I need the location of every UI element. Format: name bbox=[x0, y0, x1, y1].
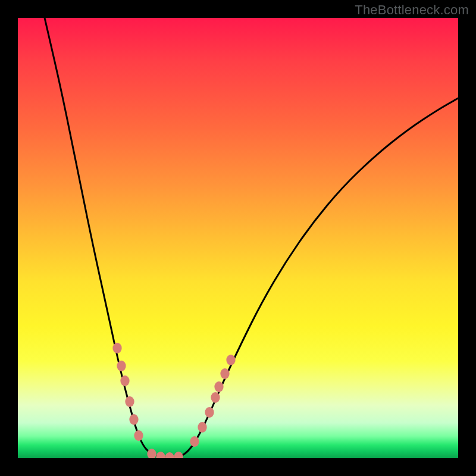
data-marker bbox=[211, 392, 220, 403]
chart-frame: TheBottleneck.com bbox=[0, 0, 476, 476]
data-marker bbox=[112, 343, 121, 353]
data-marker bbox=[220, 368, 229, 379]
data-marker bbox=[129, 414, 138, 425]
data-marker bbox=[165, 452, 174, 458]
data-marker bbox=[125, 396, 134, 407]
data-marker bbox=[205, 407, 214, 418]
watermark-text: TheBottleneck.com bbox=[355, 2, 469, 18]
data-marker bbox=[117, 361, 126, 371]
data-markers bbox=[112, 343, 235, 458]
data-marker bbox=[214, 381, 223, 392]
chart-svg bbox=[18, 18, 458, 458]
data-marker bbox=[198, 422, 206, 433]
data-marker bbox=[174, 452, 183, 458]
data-marker bbox=[147, 449, 156, 458]
bottleneck-curve bbox=[45, 18, 458, 458]
data-marker bbox=[190, 436, 199, 447]
data-marker bbox=[156, 452, 165, 458]
data-marker bbox=[120, 375, 129, 386]
chart-plot-area bbox=[18, 18, 458, 458]
data-marker bbox=[226, 355, 235, 365]
data-marker bbox=[134, 430, 143, 441]
